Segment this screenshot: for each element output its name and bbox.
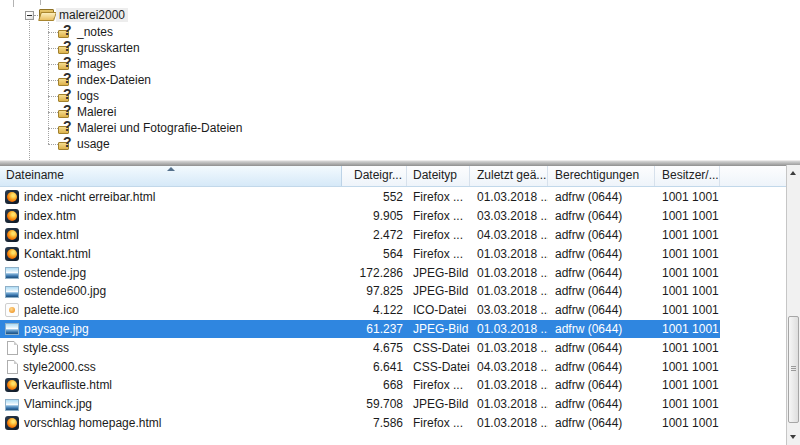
list-row[interactable]: index -nicht erreibar.html 552 Firefox .… bbox=[0, 188, 720, 207]
file-type-cell: CSS-Datei bbox=[407, 341, 470, 355]
scroll-up-button[interactable] bbox=[787, 165, 800, 181]
file-list-header: Dateiname Dateigr... Dateityp Zuletzt ge… bbox=[0, 166, 786, 187]
sort-ascending-icon bbox=[167, 167, 175, 171]
tree-item[interactable]: images bbox=[0, 56, 800, 72]
tree-item-label[interactable]: grusskarten bbox=[74, 41, 143, 55]
file-size-cell: 4.675 bbox=[342, 341, 407, 355]
file-type-cell: Firefox ... bbox=[407, 247, 470, 261]
folder-question-icon bbox=[58, 72, 74, 87]
tree-item-label[interactable]: Malerei und Fotografie-Dateien bbox=[74, 121, 245, 135]
tree-item-label[interactable]: index-Dateien bbox=[74, 73, 154, 87]
file-name-cell: ostende.jpg bbox=[0, 266, 342, 280]
tree-item-label[interactable]: _notes bbox=[74, 25, 116, 39]
list-row[interactable]: Vlaminck.jpg 59.708 JPEG-Bild 01.03.2018… bbox=[0, 395, 720, 414]
file-permissions-cell: adfrw (0644) bbox=[548, 303, 655, 317]
file-owner-cell: 1001 1001 bbox=[655, 190, 720, 204]
file-modified-cell: 01.03.2018 ... bbox=[470, 247, 548, 261]
tree-root-label[interactable]: malerei2000 bbox=[56, 8, 128, 22]
file-name: paysage.jpg bbox=[24, 322, 89, 336]
scrollbar-thumb[interactable] bbox=[788, 316, 799, 423]
file-permissions-cell: adfrw (0644) bbox=[548, 247, 655, 261]
file-name-cell: ostende600.jpg bbox=[0, 284, 342, 298]
file-modified-cell: 01.03.2018 ... bbox=[470, 190, 548, 204]
file-modified-cell: 01.03.2018 ... bbox=[470, 378, 548, 392]
list-row[interactable]: index.htm 9.905 Firefox ... 03.03.2018 .… bbox=[0, 207, 720, 226]
collapse-minus-icon[interactable] bbox=[25, 11, 34, 20]
file-name: index.htm bbox=[24, 209, 76, 223]
tree-branch-line bbox=[48, 112, 58, 113]
file-owner-cell: 1001 1001 bbox=[655, 266, 720, 280]
file-name-cell: style2000.css bbox=[0, 360, 342, 374]
column-header-berechtigungen[interactable]: Berechtigungen bbox=[548, 166, 655, 186]
file-owner-cell: 1001 1001 bbox=[655, 378, 720, 392]
scroll-up-icon bbox=[790, 171, 796, 175]
file-modified-cell: 01.03.2018 ... bbox=[470, 416, 548, 430]
list-row[interactable]: ostende600.jpg 97.825 JPEG-Bild 01.03.20… bbox=[0, 282, 720, 301]
tree-item[interactable]: Malerei bbox=[0, 104, 800, 120]
file-modified-cell: 01.03.2018 ... bbox=[470, 322, 548, 336]
tree-item[interactable]: Malerei und Fotografie-Dateien bbox=[0, 120, 800, 136]
file-name: ostende600.jpg bbox=[24, 284, 106, 298]
vertical-scrollbar[interactable] bbox=[786, 165, 800, 445]
remote-tree-pane: malerei2000 _notes grusskarten images in… bbox=[0, 0, 800, 160]
file-name-cell: index.html bbox=[0, 228, 342, 242]
tree-item[interactable]: _notes bbox=[0, 24, 800, 40]
list-row[interactable]: vorschlag homepage.html 7.586 Firefox ..… bbox=[0, 414, 720, 433]
tree-item[interactable]: grusskarten bbox=[0, 40, 800, 56]
list-row[interactable]: palette.ico 4.122 ICO-Datei 03.03.2018 .… bbox=[0, 301, 720, 320]
scroll-down-button[interactable] bbox=[787, 429, 800, 445]
jpeg-icon bbox=[5, 267, 19, 279]
tree-branch-line bbox=[48, 80, 58, 81]
file-permissions-cell: adfrw (0644) bbox=[548, 378, 655, 392]
column-header-dateigroesse[interactable]: Dateigr... bbox=[342, 166, 407, 186]
file-size-cell: 2.472 bbox=[342, 228, 407, 242]
file-owner-cell: 1001 1001 bbox=[655, 341, 720, 355]
firefox-icon bbox=[5, 378, 19, 392]
list-row[interactable]: Kontakt.html 564 Firefox ... 01.03.2018 … bbox=[0, 244, 720, 263]
file-name: Verkaufliste.html bbox=[24, 378, 112, 392]
folder-question-icon bbox=[58, 104, 74, 119]
column-header-dateiname[interactable]: Dateiname bbox=[0, 166, 342, 186]
file-type-cell: Firefox ... bbox=[407, 190, 470, 204]
tree-branch-line bbox=[48, 64, 58, 65]
list-row[interactable]: style2000.css 6.641 CSS-Datei 04.03.2018… bbox=[0, 357, 720, 376]
tree-line-stub bbox=[13, 0, 14, 7]
list-row[interactable]: Verkaufliste.html 668 Firefox ... 01.03.… bbox=[0, 376, 720, 395]
tree-item-root[interactable]: malerei2000 bbox=[0, 7, 800, 23]
column-header-dateityp[interactable]: Dateityp bbox=[407, 166, 470, 186]
tree-branch-line bbox=[48, 48, 58, 49]
file-type-cell: JPEG-Bild bbox=[407, 397, 470, 411]
file-name-cell: vorschlag homepage.html bbox=[0, 416, 342, 430]
folder-question-icon bbox=[58, 120, 74, 135]
tree-item-label[interactable]: Malerei bbox=[74, 105, 119, 119]
column-header-besitzer[interactable]: Besitzer/... bbox=[655, 166, 720, 186]
file-name: index.html bbox=[24, 228, 79, 242]
file-name-cell: Kontakt.html bbox=[0, 247, 342, 261]
tree-item-label[interactable]: usage bbox=[74, 137, 113, 151]
list-row[interactable]: ostende.jpg 172.286 JPEG-Bild 01.03.2018… bbox=[0, 263, 720, 282]
scroll-down-icon bbox=[790, 435, 796, 439]
column-header-zuletzt-geaendert[interactable]: Zuletzt geä... bbox=[470, 166, 548, 186]
list-row-selected[interactable]: paysage.jpg 61.237 JPEG-Bild 01.03.2018 … bbox=[0, 320, 720, 339]
list-row[interactable]: style.css 4.675 CSS-Datei 01.03.2018 ...… bbox=[0, 338, 720, 357]
file-size-cell: 668 bbox=[342, 378, 407, 392]
list-row[interactable]: index.html 2.472 Firefox ... 04.03.2018 … bbox=[0, 226, 720, 245]
file-owner-cell: 1001 1001 bbox=[655, 303, 720, 317]
tree-item-label[interactable]: images bbox=[74, 57, 119, 71]
tree-item[interactable]: index-Dateien bbox=[0, 72, 800, 88]
tree-branch-line bbox=[48, 32, 58, 33]
file-name: Kontakt.html bbox=[24, 247, 91, 261]
tree-branch-line bbox=[48, 96, 58, 97]
file-permissions-cell: adfrw (0644) bbox=[548, 397, 655, 411]
tree-item[interactable]: logs bbox=[0, 88, 800, 104]
tree-item[interactable]: usage bbox=[0, 136, 800, 152]
tree-item-label[interactable]: logs bbox=[74, 89, 102, 103]
file-modified-cell: 01.03.2018 ... bbox=[470, 397, 548, 411]
file-owner-cell: 1001 1001 bbox=[655, 209, 720, 223]
file-modified-cell: 01.03.2018 ... bbox=[470, 266, 548, 280]
file-size-cell: 4.122 bbox=[342, 303, 407, 317]
file-size-cell: 6.641 bbox=[342, 360, 407, 374]
file-owner-cell: 1001 1001 bbox=[655, 322, 720, 336]
file-name-cell: index.htm bbox=[0, 209, 342, 223]
file-name: palette.ico bbox=[24, 303, 79, 317]
